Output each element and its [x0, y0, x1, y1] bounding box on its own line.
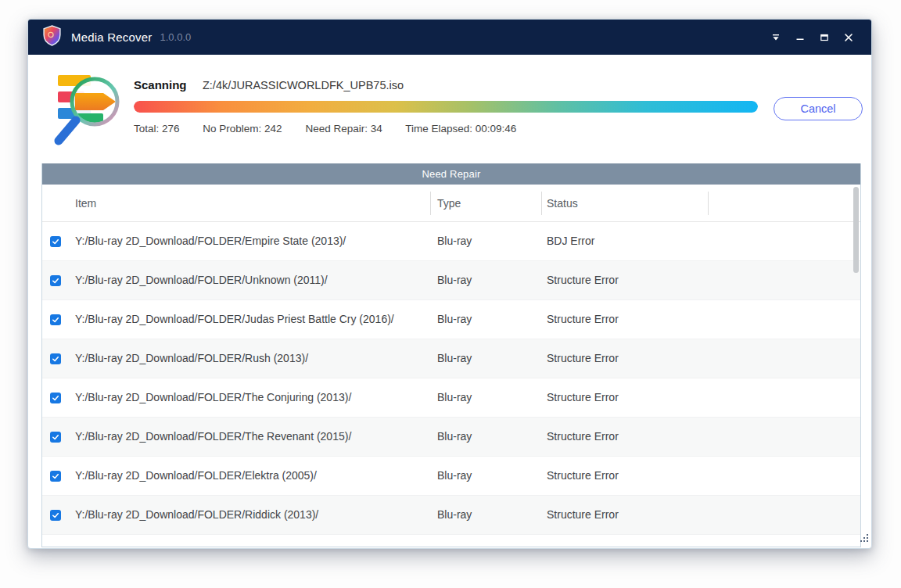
row-status: Structure Error: [547, 496, 619, 534]
row-type: Blu-ray: [437, 496, 472, 534]
scan-file-path: Z:/4k/JURASSICWORLDFK_UPB75.iso: [203, 79, 404, 91]
scan-header: Scanning Z:/4k/JURASSICWORLDFK_UPB75.iso…: [28, 55, 871, 163]
row-status: Structure Error: [547, 418, 619, 456]
row-type: Blu-ray: [437, 457, 472, 495]
column-divider: [541, 192, 542, 215]
stat-total: Total: 276: [134, 123, 180, 134]
cancel-button[interactable]: Cancel: [774, 97, 863, 120]
scan-progress-fill: [134, 101, 758, 113]
row-item-path: Y:/Blu-ray 2D_Download/FOLDER/Empire Sta…: [75, 222, 346, 260]
close-icon[interactable]: [840, 29, 857, 46]
media-scan-logo-icon: [45, 70, 127, 152]
row-item-path: Y:/Blu-ray 2D_Download/FOLDER/Elektra (2…: [75, 457, 317, 495]
row-checkbox-checked[interactable]: [50, 236, 61, 247]
window-controls: [767, 29, 857, 46]
table-body: Y:/Blu-ray 2D_Download/FOLDER/Empire Sta…: [42, 222, 860, 535]
row-status: Structure Error: [547, 457, 619, 495]
row-item-path: Y:/Blu-ray 2D_Download/FOLDER/Unknown (2…: [75, 261, 328, 299]
scan-status-label: Scanning: [134, 78, 187, 91]
row-type: Blu-ray: [437, 300, 472, 339]
row-type: Blu-ray: [437, 378, 472, 417]
row-type: Blu-ray: [437, 222, 472, 260]
table-row[interactable]: Y:/Blu-ray 2D_Download/FOLDER/Riddick (2…: [42, 496, 860, 535]
row-item-path: Y:/Blu-ray 2D_Download/FOLDER/The Conjur…: [75, 378, 351, 417]
row-type: Blu-ray: [437, 261, 472, 299]
table-row[interactable]: Y:/Blu-ray 2D_Download/FOLDER/Empire Sta…: [42, 222, 860, 261]
row-checkbox-checked[interactable]: [50, 275, 61, 286]
column-divider: [430, 192, 431, 215]
row-status: Structure Error: [547, 339, 619, 378]
column-header-type: Type: [437, 185, 461, 222]
row-type: Blu-ray: [437, 418, 472, 456]
titlebar: Media Recover 1.0.0.0: [28, 20, 871, 55]
menu-dropdown-icon[interactable]: [767, 29, 784, 46]
row-checkbox-checked[interactable]: [50, 471, 61, 482]
app-logo-shield-icon: [42, 25, 62, 49]
column-header-status: Status: [547, 185, 578, 222]
column-header-item: Item: [75, 185, 96, 222]
row-status: Structure Error: [547, 378, 619, 417]
stat-no-problem: No Problem: 242: [203, 123, 282, 134]
table-row[interactable]: Y:/Blu-ray 2D_Download/FOLDER/The Conjur…: [42, 378, 860, 418]
row-item-path: Y:/Blu-ray 2D_Download/FOLDER/Riddick (2…: [75, 496, 318, 534]
app-window: Media Recover 1.0.0.0: [27, 19, 872, 549]
table-row[interactable]: Y:/Blu-ray 2D_Download/FOLDER/Unknown (2…: [42, 261, 860, 300]
row-checkbox-checked[interactable]: [50, 393, 61, 403]
app-title: Media Recover: [71, 30, 152, 44]
stat-time-elapsed: Time Elapsed: 00:09:46: [405, 123, 516, 134]
row-type: Blu-ray: [437, 339, 472, 378]
row-status: Structure Error: [547, 261, 619, 299]
row-status: Structure Error: [547, 300, 619, 339]
row-item-path: Y:/Blu-ray 2D_Download/FOLDER/Rush (2013…: [75, 339, 308, 378]
table-title: Need Repair: [422, 168, 480, 180]
minimize-icon[interactable]: [792, 29, 809, 46]
row-checkbox-checked[interactable]: [50, 353, 61, 364]
scan-progress-bar: [134, 101, 758, 113]
table-header-row: Item Type Status: [42, 185, 860, 222]
row-item-path: Y:/Blu-ray 2D_Download/FOLDER/Judas Prie…: [75, 300, 394, 339]
table-row[interactable]: Y:/Blu-ray 2D_Download/FOLDER/Rush (2013…: [42, 339, 860, 378]
column-divider: [708, 192, 709, 215]
vertical-scrollbar-thumb[interactable]: [853, 187, 859, 273]
row-item-path: Y:/Blu-ray 2D_Download/FOLDER/The Revena…: [75, 418, 351, 456]
maximize-icon[interactable]: [816, 29, 833, 46]
table-title-bar: Need Repair: [42, 163, 860, 185]
table-row[interactable]: Y:/Blu-ray 2D_Download/FOLDER/Judas Prie…: [42, 300, 860, 339]
table-row[interactable]: Y:/Blu-ray 2D_Download/FOLDER/The Revena…: [42, 418, 860, 457]
row-checkbox-checked[interactable]: [50, 314, 61, 325]
resize-grip[interactable]: [859, 532, 869, 547]
stat-need-repair: Need Repair: 34: [305, 123, 382, 134]
need-repair-table: Need Repair Item Type Status Y:/Blu-ray …: [41, 163, 861, 547]
table-row[interactable]: Y:/Blu-ray 2D_Download/FOLDER/Elektra (2…: [42, 457, 860, 496]
scan-stats: Total: 276 No Problem: 242 Need Repair: …: [134, 123, 537, 134]
row-checkbox-checked[interactable]: [50, 510, 61, 521]
scan-status-line: Scanning Z:/4k/JURASSICWORLDFK_UPB75.iso: [134, 78, 404, 92]
row-checkbox-checked[interactable]: [50, 432, 61, 443]
row-status: BDJ Error: [547, 222, 594, 260]
app-version: 1.0.0.0: [160, 31, 191, 43]
